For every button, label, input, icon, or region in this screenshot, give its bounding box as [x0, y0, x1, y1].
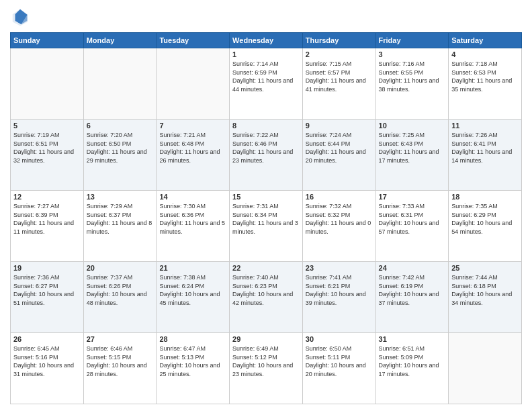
day-number: 16: [306, 193, 373, 201]
logo-icon: [10, 7, 30, 27]
day-number: 10: [379, 122, 446, 130]
day-info: Sunrise: 7:15 AM Sunset: 6:57 PM Dayligh…: [306, 60, 373, 93]
table-row: 25Sunrise: 7:44 AM Sunset: 6:18 PM Dayli…: [449, 262, 522, 333]
header-friday: Friday: [375, 33, 449, 48]
table-row: 5Sunrise: 7:19 AM Sunset: 6:51 PM Daylig…: [11, 120, 84, 191]
day-info: Sunrise: 6:46 AM Sunset: 5:15 PM Dayligh…: [87, 345, 154, 378]
page: Sunday Monday Tuesday Wednesday Thursday…: [0, 0, 532, 411]
day-info: Sunrise: 6:49 AM Sunset: 5:12 PM Dayligh…: [232, 345, 300, 378]
table-row: 24Sunrise: 7:42 AM Sunset: 6:19 PM Dayli…: [375, 262, 449, 333]
day-number: 21: [159, 264, 226, 272]
day-info: Sunrise: 7:42 AM Sunset: 6:19 PM Dayligh…: [379, 273, 446, 307]
day-info: Sunrise: 7:38 AM Sunset: 6:24 PM Dayligh…: [159, 273, 226, 307]
table-row: 1Sunrise: 7:14 AM Sunset: 6:59 PM Daylig…: [230, 48, 303, 120]
table-row: 19Sunrise: 7:36 AM Sunset: 6:27 PM Dayli…: [11, 262, 84, 333]
day-number: 22: [232, 264, 300, 272]
table-row: 23Sunrise: 7:41 AM Sunset: 6:21 PM Dayli…: [302, 262, 375, 333]
day-number: 25: [451, 264, 519, 272]
table-row: 9Sunrise: 7:24 AM Sunset: 6:44 PM Daylig…: [302, 120, 375, 191]
day-info: Sunrise: 7:32 AM Sunset: 6:32 PM Dayligh…: [306, 202, 373, 236]
day-number: 27: [87, 335, 154, 343]
table-row: 8Sunrise: 7:22 AM Sunset: 6:46 PM Daylig…: [230, 120, 303, 191]
day-info: Sunrise: 6:45 AM Sunset: 5:16 PM Dayligh…: [13, 345, 81, 378]
header-saturday: Saturday: [449, 33, 522, 48]
table-row: 20Sunrise: 7:37 AM Sunset: 6:26 PM Dayli…: [83, 262, 157, 333]
day-info: Sunrise: 6:50 AM Sunset: 5:11 PM Dayligh…: [306, 345, 373, 378]
table-row: 31Sunrise: 6:51 AM Sunset: 5:09 PM Dayli…: [375, 333, 449, 404]
calendar-header-row: Sunday Monday Tuesday Wednesday Thursday…: [11, 33, 522, 48]
table-row: 28Sunrise: 6:47 AM Sunset: 5:13 PM Dayli…: [157, 333, 230, 404]
day-info: Sunrise: 7:25 AM Sunset: 6:43 PM Dayligh…: [379, 131, 446, 165]
day-info: Sunrise: 7:21 AM Sunset: 6:48 PM Dayligh…: [159, 131, 226, 165]
table-row: 4Sunrise: 7:18 AM Sunset: 6:53 PM Daylig…: [449, 48, 522, 120]
day-number: 31: [379, 335, 446, 343]
day-number: 3: [379, 50, 446, 58]
calendar-week-row: 5Sunrise: 7:19 AM Sunset: 6:51 PM Daylig…: [11, 120, 522, 191]
table-row: 10Sunrise: 7:25 AM Sunset: 6:43 PM Dayli…: [375, 120, 449, 191]
day-info: Sunrise: 6:47 AM Sunset: 5:13 PM Dayligh…: [159, 345, 226, 378]
day-number: 24: [379, 264, 446, 272]
header-wednesday: Wednesday: [230, 33, 303, 48]
logo: [10, 7, 33, 27]
table-row: 29Sunrise: 6:49 AM Sunset: 5:12 PM Dayli…: [230, 333, 303, 404]
table-row: [157, 48, 230, 120]
day-info: Sunrise: 7:36 AM Sunset: 6:27 PM Dayligh…: [13, 273, 81, 307]
day-info: Sunrise: 7:14 AM Sunset: 6:59 PM Dayligh…: [232, 60, 300, 93]
day-number: 12: [13, 193, 81, 201]
table-row: 16Sunrise: 7:32 AM Sunset: 6:32 PM Dayli…: [302, 191, 375, 262]
day-number: 1: [232, 50, 300, 58]
day-number: 28: [159, 335, 226, 343]
table-row: 30Sunrise: 6:50 AM Sunset: 5:11 PM Dayli…: [302, 333, 375, 404]
day-info: Sunrise: 7:16 AM Sunset: 6:55 PM Dayligh…: [379, 60, 446, 93]
table-row: [449, 333, 522, 404]
table-row: 7Sunrise: 7:21 AM Sunset: 6:48 PM Daylig…: [157, 120, 230, 191]
table-row: 12Sunrise: 7:27 AM Sunset: 6:39 PM Dayli…: [11, 191, 84, 262]
calendar-week-row: 19Sunrise: 7:36 AM Sunset: 6:27 PM Dayli…: [11, 262, 522, 333]
calendar-week-row: 12Sunrise: 7:27 AM Sunset: 6:39 PM Dayli…: [11, 191, 522, 262]
day-info: Sunrise: 7:29 AM Sunset: 6:37 PM Dayligh…: [87, 202, 154, 236]
table-row: 14Sunrise: 7:30 AM Sunset: 6:36 PM Dayli…: [157, 191, 230, 262]
day-number: 2: [306, 50, 373, 58]
day-info: Sunrise: 7:44 AM Sunset: 6:18 PM Dayligh…: [451, 273, 519, 307]
day-number: 30: [306, 335, 373, 343]
day-info: Sunrise: 7:31 AM Sunset: 6:34 PM Dayligh…: [232, 202, 300, 236]
calendar-table: Sunday Monday Tuesday Wednesday Thursday…: [10, 32, 522, 404]
table-row: 22Sunrise: 7:40 AM Sunset: 6:23 PM Dayli…: [230, 262, 303, 333]
day-number: 23: [306, 264, 373, 272]
day-info: Sunrise: 7:30 AM Sunset: 6:36 PM Dayligh…: [159, 202, 226, 236]
day-number: 20: [87, 264, 154, 272]
day-number: 19: [13, 264, 81, 272]
day-info: Sunrise: 7:27 AM Sunset: 6:39 PM Dayligh…: [13, 202, 81, 236]
header-sunday: Sunday: [11, 33, 84, 48]
day-number: 13: [87, 193, 154, 201]
day-info: Sunrise: 7:37 AM Sunset: 6:26 PM Dayligh…: [87, 273, 154, 307]
day-info: Sunrise: 7:40 AM Sunset: 6:23 PM Dayligh…: [232, 273, 300, 307]
header-monday: Monday: [83, 33, 157, 48]
table-row: 3Sunrise: 7:16 AM Sunset: 6:55 PM Daylig…: [375, 48, 449, 120]
day-number: 26: [13, 335, 81, 343]
calendar-week-row: 26Sunrise: 6:45 AM Sunset: 5:16 PM Dayli…: [11, 333, 522, 404]
table-row: [83, 48, 157, 120]
table-row: 26Sunrise: 6:45 AM Sunset: 5:16 PM Dayli…: [11, 333, 84, 404]
day-number: 4: [451, 50, 519, 58]
day-number: 15: [232, 193, 300, 201]
table-row: 21Sunrise: 7:38 AM Sunset: 6:24 PM Dayli…: [157, 262, 230, 333]
day-info: Sunrise: 7:33 AM Sunset: 6:31 PM Dayligh…: [379, 202, 446, 236]
day-info: Sunrise: 6:51 AM Sunset: 5:09 PM Dayligh…: [379, 345, 446, 378]
table-row: 13Sunrise: 7:29 AM Sunset: 6:37 PM Dayli…: [83, 191, 157, 262]
day-info: Sunrise: 7:41 AM Sunset: 6:21 PM Dayligh…: [306, 273, 373, 307]
table-row: 17Sunrise: 7:33 AM Sunset: 6:31 PM Dayli…: [375, 191, 449, 262]
calendar-week-row: 1Sunrise: 7:14 AM Sunset: 6:59 PM Daylig…: [11, 48, 522, 120]
day-info: Sunrise: 7:20 AM Sunset: 6:50 PM Dayligh…: [87, 131, 154, 165]
day-number: 18: [451, 193, 519, 201]
header-tuesday: Tuesday: [157, 33, 230, 48]
table-row: 2Sunrise: 7:15 AM Sunset: 6:57 PM Daylig…: [302, 48, 375, 120]
table-row: 15Sunrise: 7:31 AM Sunset: 6:34 PM Dayli…: [230, 191, 303, 262]
day-number: 8: [232, 122, 300, 130]
day-info: Sunrise: 7:35 AM Sunset: 6:29 PM Dayligh…: [451, 202, 519, 236]
header: [10, 7, 522, 27]
day-info: Sunrise: 7:19 AM Sunset: 6:51 PM Dayligh…: [13, 131, 81, 165]
day-number: 7: [159, 122, 226, 130]
table-row: 18Sunrise: 7:35 AM Sunset: 6:29 PM Dayli…: [449, 191, 522, 262]
day-info: Sunrise: 7:24 AM Sunset: 6:44 PM Dayligh…: [306, 131, 373, 165]
